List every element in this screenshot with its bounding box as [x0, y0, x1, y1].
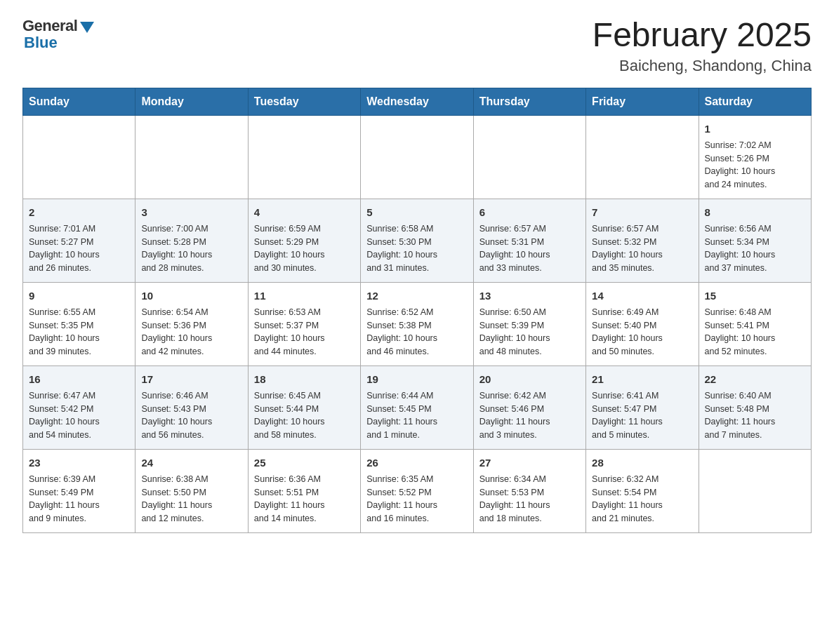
- calendar-week-row: 23Sunrise: 6:39 AM Sunset: 5:49 PM Dayli…: [23, 449, 812, 532]
- day-info: Sunrise: 6:34 AM Sunset: 5:53 PM Dayligh…: [479, 473, 580, 525]
- calendar-week-row: 9Sunrise: 6:55 AM Sunset: 5:35 PM Daylig…: [23, 282, 812, 365]
- day-of-week-header: Wednesday: [361, 88, 473, 115]
- calendar-day-cell: 26Sunrise: 6:35 AM Sunset: 5:52 PM Dayli…: [361, 449, 473, 532]
- calendar-day-cell: 13Sunrise: 6:50 AM Sunset: 5:39 PM Dayli…: [473, 282, 585, 365]
- day-info: Sunrise: 6:32 AM Sunset: 5:54 PM Dayligh…: [592, 473, 692, 525]
- day-number: 16: [29, 372, 129, 387]
- calendar-day-cell: 7Sunrise: 6:57 AM Sunset: 5:32 PM Daylig…: [586, 199, 699, 282]
- day-of-week-header: Thursday: [473, 88, 585, 115]
- calendar-header-row: SundayMondayTuesdayWednesdayThursdayFrid…: [23, 88, 812, 115]
- day-number: 27: [479, 455, 580, 470]
- day-info: Sunrise: 7:01 AM Sunset: 5:27 PM Dayligh…: [29, 222, 129, 275]
- day-number: 25: [254, 455, 355, 470]
- day-info: Sunrise: 6:54 AM Sunset: 5:36 PM Dayligh…: [141, 306, 241, 358]
- day-info: Sunrise: 6:36 AM Sunset: 5:51 PM Dayligh…: [254, 473, 355, 525]
- day-number: 5: [366, 205, 467, 220]
- day-info: Sunrise: 7:02 AM Sunset: 5:26 PM Dayligh…: [705, 139, 805, 192]
- day-number: 15: [705, 288, 805, 303]
- calendar-day-cell: 2Sunrise: 7:01 AM Sunset: 5:27 PM Daylig…: [23, 199, 135, 282]
- calendar-day-cell: 25Sunrise: 6:36 AM Sunset: 5:51 PM Dayli…: [248, 449, 360, 532]
- day-info: Sunrise: 6:55 AM Sunset: 5:35 PM Dayligh…: [29, 306, 129, 358]
- calendar-week-row: 1Sunrise: 7:02 AM Sunset: 5:26 PM Daylig…: [23, 115, 812, 199]
- day-info: Sunrise: 6:49 AM Sunset: 5:40 PM Dayligh…: [592, 306, 692, 358]
- day-info: Sunrise: 6:56 AM Sunset: 5:34 PM Dayligh…: [705, 222, 805, 275]
- day-of-week-header: Friday: [586, 88, 699, 115]
- day-info: Sunrise: 6:46 AM Sunset: 5:43 PM Dayligh…: [141, 389, 241, 442]
- calendar-day-cell: 8Sunrise: 6:56 AM Sunset: 5:34 PM Daylig…: [699, 199, 811, 282]
- calendar-day-cell: [248, 115, 360, 199]
- calendar-day-cell: [23, 115, 135, 199]
- calendar-day-cell: 21Sunrise: 6:41 AM Sunset: 5:47 PM Dayli…: [586, 365, 699, 449]
- month-title: February 2025: [593, 17, 812, 54]
- day-info: Sunrise: 6:59 AM Sunset: 5:29 PM Dayligh…: [254, 222, 355, 275]
- logo-arrow-icon: [80, 22, 94, 33]
- calendar-week-row: 16Sunrise: 6:47 AM Sunset: 5:42 PM Dayli…: [23, 365, 812, 449]
- day-number: 26: [366, 455, 467, 470]
- calendar-day-cell: 5Sunrise: 6:58 AM Sunset: 5:30 PM Daylig…: [361, 199, 473, 282]
- calendar-day-cell: 16Sunrise: 6:47 AM Sunset: 5:42 PM Dayli…: [23, 365, 135, 449]
- day-number: 7: [592, 205, 692, 220]
- calendar-table: SundayMondayTuesdayWednesdayThursdayFrid…: [22, 88, 812, 533]
- logo-blue-text: Blue: [24, 34, 58, 52]
- page-header: General Blue February 2025 Baicheng, Sha…: [22, 17, 812, 75]
- day-info: Sunrise: 6:45 AM Sunset: 5:44 PM Dayligh…: [254, 389, 355, 442]
- day-info: Sunrise: 6:52 AM Sunset: 5:38 PM Dayligh…: [366, 306, 467, 358]
- day-of-week-header: Saturday: [699, 88, 811, 115]
- calendar-day-cell: [473, 115, 585, 199]
- day-of-week-header: Monday: [135, 88, 248, 115]
- day-info: Sunrise: 6:58 AM Sunset: 5:30 PM Dayligh…: [366, 222, 467, 275]
- day-number: 22: [705, 372, 805, 387]
- day-number: 18: [254, 372, 355, 387]
- calendar-day-cell: 12Sunrise: 6:52 AM Sunset: 5:38 PM Dayli…: [361, 282, 473, 365]
- day-info: Sunrise: 6:38 AM Sunset: 5:50 PM Dayligh…: [141, 473, 241, 525]
- day-info: Sunrise: 6:47 AM Sunset: 5:42 PM Dayligh…: [29, 389, 129, 442]
- day-number: 12: [366, 288, 467, 303]
- calendar-day-cell: 23Sunrise: 6:39 AM Sunset: 5:49 PM Dayli…: [23, 449, 135, 532]
- calendar-day-cell: 24Sunrise: 6:38 AM Sunset: 5:50 PM Dayli…: [135, 449, 248, 532]
- calendar-day-cell: 20Sunrise: 6:42 AM Sunset: 5:46 PM Dayli…: [473, 365, 585, 449]
- day-info: Sunrise: 6:48 AM Sunset: 5:41 PM Dayligh…: [705, 306, 805, 358]
- day-number: 6: [479, 205, 580, 220]
- day-info: Sunrise: 6:53 AM Sunset: 5:37 PM Dayligh…: [254, 306, 355, 358]
- calendar-day-cell: 22Sunrise: 6:40 AM Sunset: 5:48 PM Dayli…: [699, 365, 811, 449]
- day-info: Sunrise: 7:00 AM Sunset: 5:28 PM Dayligh…: [141, 222, 241, 275]
- day-number: 24: [141, 455, 241, 470]
- day-number: 21: [592, 372, 692, 387]
- day-number: 4: [254, 205, 355, 220]
- day-number: 17: [141, 372, 241, 387]
- day-number: 1: [705, 121, 805, 136]
- calendar-day-cell: [586, 115, 699, 199]
- day-info: Sunrise: 6:40 AM Sunset: 5:48 PM Dayligh…: [705, 389, 805, 442]
- day-number: 10: [141, 288, 241, 303]
- day-number: 19: [366, 372, 467, 387]
- day-of-week-header: Sunday: [23, 88, 135, 115]
- day-number: 14: [592, 288, 692, 303]
- calendar-day-cell: 10Sunrise: 6:54 AM Sunset: 5:36 PM Dayli…: [135, 282, 248, 365]
- calendar-day-cell: 1Sunrise: 7:02 AM Sunset: 5:26 PM Daylig…: [699, 115, 811, 199]
- calendar-day-cell: 17Sunrise: 6:46 AM Sunset: 5:43 PM Dayli…: [135, 365, 248, 449]
- calendar-day-cell: 14Sunrise: 6:49 AM Sunset: 5:40 PM Dayli…: [586, 282, 699, 365]
- calendar-day-cell: 15Sunrise: 6:48 AM Sunset: 5:41 PM Dayli…: [699, 282, 811, 365]
- calendar-week-row: 2Sunrise: 7:01 AM Sunset: 5:27 PM Daylig…: [23, 199, 812, 282]
- day-info: Sunrise: 6:57 AM Sunset: 5:32 PM Dayligh…: [592, 222, 692, 275]
- calendar-day-cell: 4Sunrise: 6:59 AM Sunset: 5:29 PM Daylig…: [248, 199, 360, 282]
- logo-general-text: General: [22, 17, 77, 35]
- day-info: Sunrise: 6:39 AM Sunset: 5:49 PM Dayligh…: [29, 473, 129, 525]
- calendar-day-cell: [361, 115, 473, 199]
- calendar-day-cell: [135, 115, 248, 199]
- calendar-day-cell: 19Sunrise: 6:44 AM Sunset: 5:45 PM Dayli…: [361, 365, 473, 449]
- day-info: Sunrise: 6:44 AM Sunset: 5:45 PM Dayligh…: [366, 389, 467, 442]
- day-info: Sunrise: 6:42 AM Sunset: 5:46 PM Dayligh…: [479, 389, 580, 442]
- logo: General Blue: [22, 17, 94, 52]
- calendar-day-cell: 18Sunrise: 6:45 AM Sunset: 5:44 PM Dayli…: [248, 365, 360, 449]
- calendar-day-cell: 28Sunrise: 6:32 AM Sunset: 5:54 PM Dayli…: [586, 449, 699, 532]
- day-info: Sunrise: 6:57 AM Sunset: 5:31 PM Dayligh…: [479, 222, 580, 275]
- day-number: 28: [592, 455, 692, 470]
- day-info: Sunrise: 6:35 AM Sunset: 5:52 PM Dayligh…: [366, 473, 467, 525]
- calendar-day-cell: 11Sunrise: 6:53 AM Sunset: 5:37 PM Dayli…: [248, 282, 360, 365]
- day-number: 13: [479, 288, 580, 303]
- day-number: 3: [141, 205, 241, 220]
- location-title: Baicheng, Shandong, China: [593, 57, 812, 75]
- day-number: 8: [705, 205, 805, 220]
- day-info: Sunrise: 6:41 AM Sunset: 5:47 PM Dayligh…: [592, 389, 692, 442]
